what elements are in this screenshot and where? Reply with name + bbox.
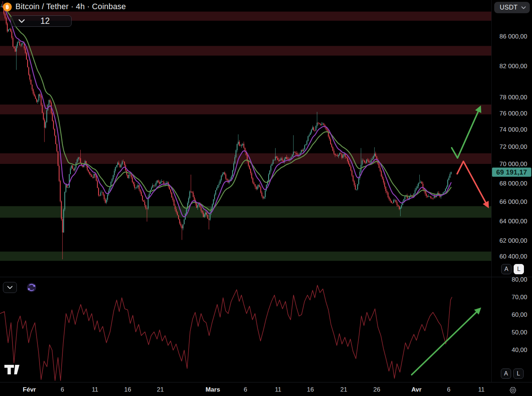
rsi-log-scale-button[interactable]: L [513,368,524,379]
time-tick-label: 21 [157,386,164,393]
rsi-auto-scale-button[interactable]: A [501,368,511,379]
log-scale-button[interactable]: L [514,264,524,274]
last-price-label: 69 191,17 [492,168,531,177]
rsi-tick-label: 60,00 [511,311,527,319]
time-tick-label: Mars [205,386,220,393]
resistance-zone [0,104,491,114]
support-zone [0,206,491,217]
chevron-down-icon [521,6,526,10]
auto-scale-button[interactable]: A [501,264,511,274]
rsi-trend-arrow[interactable] [412,310,479,375]
time-tick-label: 16 [307,386,314,393]
time-tick-label: 6 [244,386,247,393]
time-tick-label: 16 [124,386,131,393]
time-tick-label: 11 [275,386,281,393]
bullish-projection-arrow[interactable] [452,109,480,158]
refresh-icon [26,282,37,293]
chevron-down-icon [18,18,26,24]
legend-collapsed-pill[interactable]: 12 [11,15,72,27]
pane-separators [0,0,532,382]
chart-canvas[interactable] [0,0,532,396]
time-axis[interactable]: Févr6111621Mars611162126Avr611 [0,386,532,395]
symbol-header: ฿ Bitcoin / Tether · 4h · Coinbase [3,2,126,11]
bearish-projection-arrow[interactable] [457,161,487,205]
support-zone [0,252,491,261]
time-tick-label: Avr [411,386,422,393]
tradingview-logo[interactable] [4,363,21,376]
time-tick-label: 6 [61,386,64,393]
rsi-tick-label: 70,00 [511,294,527,301]
main-scale-controls: A L [501,264,524,274]
rsi-axis[interactable]: 80,0070,0060,0050,0040,00 [492,0,532,382]
time-tick-label: Févr [23,386,36,393]
rsi-tick-label: 80,00 [511,276,527,283]
rsi-refresh-control[interactable] [26,282,37,294]
currency-label: USDT [500,4,518,11]
legend-value: 12 [40,16,50,26]
resistance-zone [0,46,491,55]
resistance-zone [0,153,491,164]
tradingview-chart-window: ฿ Bitcoin / Tether · 4h · Coinbase 12 US… [0,0,532,396]
currency-selector-button[interactable]: USDT [494,2,530,13]
rsi-scale-controls: A L [501,368,524,379]
rsi-tick-label: 50,00 [511,329,527,336]
rsi-line [0,285,452,381]
resistance-zone [0,12,491,21]
candlesticks [0,1,451,259]
time-tick-label: 11 [478,386,485,393]
rsi-tick-label: 40,00 [511,346,527,354]
bitcoin-glyph: ฿ [6,4,9,10]
symbol-title[interactable]: Bitcoin / Tether · 4h · Coinbase [15,2,126,11]
chevron-down-icon [7,285,13,290]
rsi-legend-collapse-button[interactable] [3,282,17,293]
bitcoin-icon: ฿ [3,3,12,11]
time-tick-label: 6 [447,386,450,393]
time-tick-label: 26 [374,386,380,393]
time-tick-label: 21 [340,386,347,393]
time-tick-label: 11 [92,386,98,393]
price-zones[interactable] [0,12,491,261]
visibility-icon[interactable] [508,386,518,395]
